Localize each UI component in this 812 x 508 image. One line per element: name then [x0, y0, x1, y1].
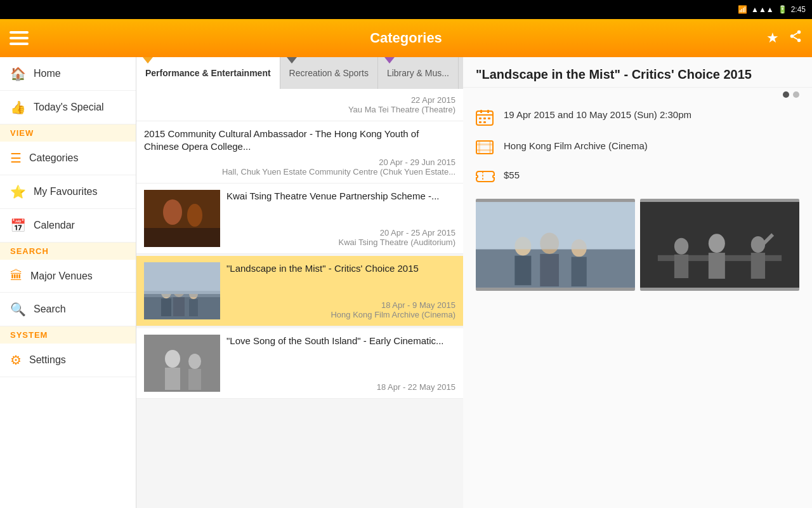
svg-rect-18 [144, 291, 220, 297]
film-detail-icon [476, 140, 495, 158]
calendar-detail-icon [476, 109, 495, 129]
category-tabs: Performance & Entertainment Recreation &… [136, 57, 463, 89]
sidebar: 🏠 Home 👍 Today's Special VIEW ☰ Categori… [0, 57, 136, 508]
tab-performance[interactable]: Performance & Entertainment [136, 57, 280, 89]
list-item[interactable]: 22 Apr 2015 Yau Ma Tei Theatre (Theatre) [136, 89, 463, 121]
sidebar-item-calendar[interactable]: 📅 Calendar [0, 209, 136, 243]
svg-point-1 [790, 34, 794, 38]
svg-rect-23 [188, 369, 201, 390]
svg-rect-35 [489, 141, 491, 154]
event-thumbnail [144, 335, 220, 392]
header-title: Categories [370, 30, 442, 46]
events-list: 22 Apr 2015 Yau Ma Tei Theatre (Theatre)… [136, 89, 463, 508]
tab-recreation[interactable]: Recreation & Sports [280, 57, 378, 89]
svg-rect-25 [476, 114, 493, 116]
system-section-label: SYSTEM [0, 326, 136, 344]
gear-icon: ⚙ [10, 352, 22, 368]
svg-point-22 [188, 354, 201, 369]
view-section-label: VIEW [0, 124, 136, 142]
sidebar-item-categories[interactable]: ☰ Categories [0, 142, 136, 175]
event-title: Kwai Tsing Theatre Venue Partnership Sch… [226, 190, 455, 203]
svg-rect-14 [173, 297, 185, 316]
tab-library[interactable]: Library & Mus... [378, 57, 459, 89]
sidebar-categories-label: Categories [29, 152, 78, 164]
search-section-label: SEARCH [0, 243, 136, 260]
sidebar-todaysspecial-label: Today's Special [34, 102, 104, 113]
sidebar-calendar-label: Calendar [34, 220, 75, 231]
svg-rect-27 [487, 110, 489, 113]
search-icon: 🔍 [10, 302, 26, 317]
svg-rect-36 [476, 144, 493, 145]
event-thumbnail [144, 190, 220, 247]
detail-info: 19 Apr 2015 and 10 May 2015 (Sun) 2:30pm [463, 102, 812, 192]
svg-rect-8 [144, 228, 220, 247]
status-time: 2:45 [791, 5, 806, 14]
detail-image-1 [476, 199, 635, 291]
detail-price-row: $55 [476, 168, 799, 186]
sidebar-item-myfavourites[interactable]: ⭐ My Favourites [0, 175, 136, 209]
detail-date-text: 19 Apr 2015 and 10 May 2015 (Sun) 2:30pm [504, 108, 691, 121]
main-layout: 🏠 Home 👍 Today's Special VIEW ☰ Categori… [0, 57, 812, 508]
svg-rect-44 [540, 254, 559, 286]
sidebar-item-home[interactable]: 🏠 Home [0, 57, 136, 91]
wifi-icon: 📶 [738, 5, 747, 14]
thumbsup-icon: 👍 [10, 100, 26, 115]
svg-rect-12 [161, 298, 171, 316]
sidebar-settings-label: Settings [29, 354, 66, 366]
list-item[interactable]: 2015 Community Cultural Ambassador - The… [136, 121, 463, 184]
svg-point-53 [709, 234, 725, 253]
svg-rect-54 [709, 253, 725, 279]
event-title: "Love Song of the South Island" - Early … [226, 335, 455, 347]
svg-rect-52 [674, 255, 688, 278]
event-date: 20 Apr - 29 Jun 2015 [144, 157, 455, 167]
list-item[interactable]: "Landscape in the Mist" - Critics' Choic… [136, 256, 463, 326]
sidebar-item-majorvenues[interactable]: 🏛 Major Venues [0, 260, 136, 293]
event-date: 22 Apr 2015 [144, 95, 455, 105]
detail-venue-row: Hong Kong Film Archive (Cinema) [476, 139, 799, 158]
categories-icon: ☰ [10, 150, 22, 166]
svg-rect-56 [751, 253, 765, 279]
list-item[interactable]: "Love Song of the South Island" - Early … [136, 328, 463, 399]
svg-rect-42 [514, 256, 531, 285]
sidebar-item-search[interactable]: 🔍 Search [0, 293, 136, 326]
tab-library-label: Library & Mus... [387, 68, 449, 78]
svg-rect-31 [479, 121, 481, 123]
svg-point-51 [674, 238, 688, 255]
status-bar: 📶 ▲▲▲ 🔋 2:45 [0, 0, 812, 19]
top-header: Categories ★ [0, 19, 812, 57]
event-venue: Yau Ma Tei Theatre (Theatre) [144, 105, 455, 114]
battery-icon: 🔋 [778, 5, 787, 14]
svg-rect-19 [144, 335, 220, 392]
event-venue: Hall, Chuk Yuen Estate Community Centre … [144, 167, 455, 177]
signal-icon: ▲▲▲ [751, 5, 774, 14]
svg-point-6 [163, 199, 182, 225]
svg-rect-30 [488, 117, 490, 119]
detail-panel: "Landscape in the Mist" - Critics' Choic… [463, 57, 812, 508]
sidebar-item-todaysspecial[interactable]: 👍 Today's Special [0, 91, 136, 124]
home-icon: 🏠 [10, 66, 26, 81]
svg-point-2 [797, 39, 801, 42]
dot-1 [783, 91, 789, 98]
menu-button[interactable] [10, 27, 32, 50]
event-venue: Hong Kong Film Archive (Cinema) [226, 310, 455, 319]
event-title: "Landscape in the Mist" - Critics' Choic… [226, 262, 455, 275]
pagination-dots [463, 88, 812, 102]
share-button[interactable] [789, 29, 802, 47]
svg-rect-21 [165, 368, 180, 390]
favorite-button[interactable]: ★ [766, 30, 779, 46]
dot-2 [793, 91, 799, 98]
tab-recreation-label: Recreation & Sports [289, 68, 369, 78]
tab-performance-label: Performance & Entertainment [145, 68, 271, 78]
detail-price-text: $55 [504, 168, 520, 182]
event-info: Kwai Tsing Theatre Venue Partnership Sch… [226, 190, 455, 247]
svg-rect-32 [483, 121, 486, 123]
list-item[interactable]: Kwai Tsing Theatre Venue Partnership Sch… [136, 184, 463, 254]
event-date: 18 Apr - 9 May 2015 [226, 300, 455, 310]
detail-image-2 [640, 199, 799, 291]
svg-point-20 [165, 350, 180, 368]
detail-venue-text: Hong Kong Film Archive (Cinema) [504, 139, 648, 152]
event-title: 2015 Community Cultural Ambassador - The… [144, 128, 455, 152]
svg-rect-17 [144, 262, 220, 294]
sidebar-item-settings[interactable]: ⚙ Settings [0, 344, 136, 377]
ticket-detail-icon [476, 170, 495, 186]
